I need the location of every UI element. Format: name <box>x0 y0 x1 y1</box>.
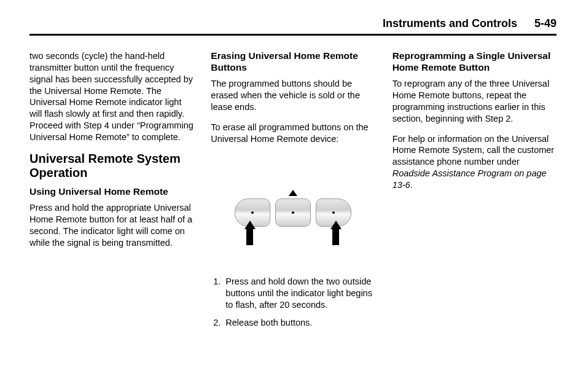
header-title: Instruments and Controls <box>383 17 517 30</box>
remote-buttons-figure <box>211 153 375 264</box>
col2-paragraph-2: To erase all programmed buttons on the U… <box>211 122 375 145</box>
header-page-number: 5-49 <box>534 17 557 30</box>
erase-steps-list: Press and hold down the two outside butt… <box>211 276 375 328</box>
col3-paragraph-1: To reprogram any of the three Universal … <box>393 78 557 124</box>
subheading-reprogramming-single: Reprogramming a Single Universal Home Re… <box>393 50 557 73</box>
page-header: Instruments and Controls 5-49 <box>29 17 557 34</box>
column-2: Erasing Universal Home Remote Buttons Th… <box>211 50 375 335</box>
col2-paragraph-1: The programmed buttons should be erased … <box>211 78 375 113</box>
column-1: two seconds (cycle) the hand-held transm… <box>29 50 193 335</box>
indicator-triangle-icon <box>289 190 297 196</box>
section-title-universal-remote-operation: Universal Remote System Operation <box>29 152 193 180</box>
erase-step-1: Press and hold down the two outside butt… <box>223 276 375 311</box>
remote-buttons-row <box>235 198 351 227</box>
para2-prefix: For help or information on the Universal… <box>393 134 555 167</box>
roadside-assistance-reference: Roadside Assistance Program on page 13-6 <box>393 168 547 190</box>
col3-paragraph-2: For help or information on the Universal… <box>393 133 557 191</box>
header-rule <box>29 34 557 36</box>
button-dot-icon <box>251 211 254 214</box>
continued-paragraph: two seconds (cycle) the hand-held transm… <box>29 50 193 143</box>
remote-button-middle <box>275 198 311 227</box>
press-arrow-right-icon <box>330 221 342 245</box>
subheading-erasing-buttons: Erasing Universal Home Remote Buttons <box>211 50 375 73</box>
subheading-using-universal-home-remote: Using Universal Home Remote <box>29 186 193 198</box>
column-3: Reprogramming a Single Universal Home Re… <box>393 50 557 335</box>
button-dot-icon <box>292 211 294 214</box>
page-header-block: Instruments and Controls 5-49 <box>29 17 557 36</box>
button-dot-icon <box>332 211 335 214</box>
erase-step-2: Release both buttons. <box>223 317 375 329</box>
para2-suffix: . <box>410 180 413 190</box>
press-arrow-left-icon <box>244 221 256 245</box>
content-columns: two seconds (cycle) the hand-held transm… <box>29 50 557 335</box>
col1-paragraph-1: Press and hold the appropriate Universal… <box>29 202 193 248</box>
